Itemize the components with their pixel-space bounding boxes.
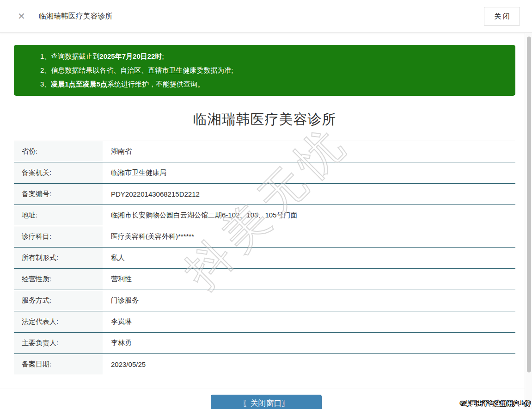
notice-text: 3、 xyxy=(40,80,51,88)
row-value: 临湘市卫生健康局 xyxy=(103,162,515,183)
row-label: 主要负责人: xyxy=(14,333,103,353)
row-value: 临湘市长安购物公园白云湖公馆二期6-102、103、105号门面 xyxy=(103,205,515,226)
notice-text: 系统进行维护，不能提供查询。 xyxy=(107,80,204,88)
notice-bold-text: 2025年7月20日22时 xyxy=(99,52,162,60)
row-value: 营利性 xyxy=(103,269,515,290)
notice-line-2: 2、信息数据结果以各省、自治区、直辖市卫生健康委数据为准; xyxy=(40,63,506,77)
footer: 〖关闭窗口〗 xyxy=(0,389,532,409)
table-row-treatment-subjects: 诊疗科目: 医疗美容科(美容外科)****** xyxy=(14,226,515,248)
row-value: 李岚琳 xyxy=(103,311,515,332)
table-row-service-mode: 服务方式: 门诊服务 xyxy=(14,290,515,311)
row-value: 门诊服务 xyxy=(103,290,515,311)
notice-text: 1、查询数据截止到 xyxy=(40,52,99,60)
page-title: 临湘瑞韩医疗美容诊所 xyxy=(14,110,515,129)
close-window-button[interactable]: 〖关闭窗口〗 xyxy=(211,395,322,409)
clinic-detail-window: ✕ 临湘瑞韩医疗美容诊所 关 闭 1、查询数据截止到2025年7月20日22时;… xyxy=(0,0,532,409)
table-row-filing-number: 备案编号: PDY20220143068215D2212 xyxy=(14,184,515,205)
row-value: 李林勇 xyxy=(103,333,515,353)
row-label: 所有制形式: xyxy=(14,248,103,268)
notice-line-3: 3、凌晨1点至凌晨5点系统进行维护，不能提供查询。 xyxy=(40,77,506,91)
table-row-filing-date: 备案日期: 2023/05/25 xyxy=(14,354,515,375)
row-value: 私人 xyxy=(103,248,515,268)
notice-bold-text: 凌晨1点至凌晨5点 xyxy=(51,80,107,88)
row-label: 备案机关: xyxy=(14,162,103,183)
row-label: 备案日期: xyxy=(14,354,103,375)
table-row-filing-authority: 备案机关: 临湘市卫生健康局 xyxy=(14,162,515,184)
close-x-icon[interactable]: ✕ xyxy=(18,12,25,21)
window-header: ✕ 临湘瑞韩医疗美容诊所 关 闭 xyxy=(0,0,532,33)
notice-banner: 1、查询数据截止到2025年7月20日22时; 2、信息数据结果以各省、自治区、… xyxy=(14,45,515,96)
scrollbar-thumb[interactable] xyxy=(527,37,531,372)
close-button[interactable]: 关 闭 xyxy=(484,7,520,26)
row-label: 地址: xyxy=(14,205,103,226)
notice-text: 2、信息数据结果以各省、自治区、直辖市卫生健康委数据为准; xyxy=(40,66,233,74)
row-label: 服务方式: xyxy=(14,290,103,311)
row-label: 诊疗科目: xyxy=(14,226,103,247)
table-row-main-person-in-charge: 主要负责人: 李林勇 xyxy=(14,333,515,354)
row-label: 经营性质: xyxy=(14,269,103,290)
copyright-overlay: ©本图由平台注册用户上传 xyxy=(460,399,531,408)
table-row-province: 省份: 湖南省 xyxy=(14,141,515,162)
row-label: 省份: xyxy=(14,141,103,162)
row-value: 医疗美容科(美容外科)****** xyxy=(103,226,515,247)
notice-line-1: 1、查询数据截止到2025年7月20日22时; xyxy=(40,50,506,63)
scrollbar[interactable] xyxy=(525,33,532,409)
row-value: 湖南省 xyxy=(103,141,515,162)
row-value: 2023/05/25 xyxy=(103,354,515,375)
row-label: 备案编号: xyxy=(14,184,103,204)
notice-text: ; xyxy=(162,52,164,60)
table-row-address: 地址: 临湘市长安购物公园白云湖公馆二期6-102、103、105号门面 xyxy=(14,205,515,226)
row-value: PDY20220143068215D2212 xyxy=(103,184,515,204)
table-row-ownership-form: 所有制形式: 私人 xyxy=(14,248,515,269)
row-label: 法定代表人: xyxy=(14,311,103,332)
table-row-business-nature: 经营性质: 营利性 xyxy=(14,269,515,290)
detail-table: 省份: 湖南省 备案机关: 临湘市卫生健康局 备案编号: PDY20220143… xyxy=(14,141,515,375)
window-title: 临湘瑞韩医疗美容诊所 xyxy=(39,12,113,21)
content-area: 1、查询数据截止到2025年7月20日22时; 2、信息数据结果以各省、自治区、… xyxy=(0,45,532,375)
table-row-legal-representative: 法定代表人: 李岚琳 xyxy=(14,311,515,333)
